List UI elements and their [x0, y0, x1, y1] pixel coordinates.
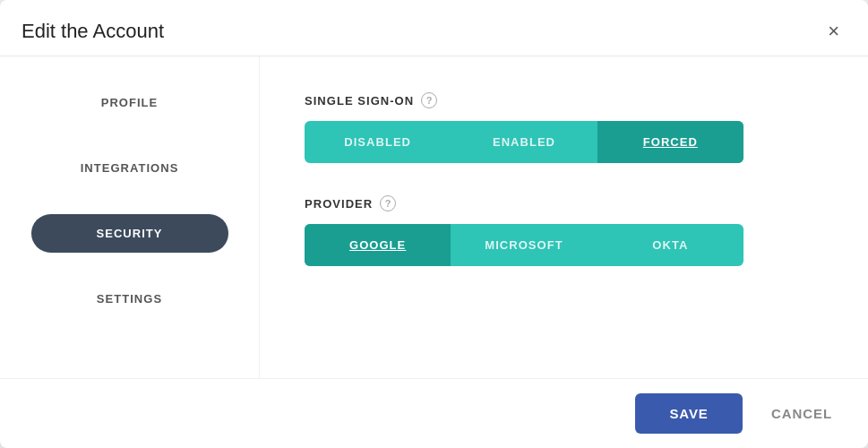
provider-toggle-group: GOOGLE MICROSOFT OKTA [305, 224, 743, 266]
provider-label-row: PROVIDER ? [305, 195, 823, 211]
sidebar-item-security[interactable]: SECURITY [31, 214, 228, 253]
main-content: SINGLE SIGN-ON ? DISABLED ENABLED FORCED… [260, 56, 868, 378]
sso-forced-button[interactable]: FORCED [597, 121, 743, 163]
edit-account-dialog: Edit the Account × PROFILE INTEGRATIONS … [0, 0, 868, 448]
cancel-button[interactable]: CANCEL [757, 393, 847, 434]
provider-section: PROVIDER ? GOOGLE MICROSOFT OKTA [305, 195, 823, 266]
sso-enabled-button[interactable]: ENABLED [451, 121, 597, 163]
provider-google-button[interactable]: GOOGLE [305, 224, 451, 266]
sso-help-icon[interactable]: ? [421, 92, 437, 108]
sidebar-item-settings[interactable]: SETTINGS [31, 280, 228, 318]
dialog-body: PROFILE INTEGRATIONS SECURITY SETTINGS S… [0, 56, 868, 378]
sso-label-row: SINGLE SIGN-ON ? [305, 92, 823, 108]
dialog-title: Edit the Account [21, 20, 164, 43]
provider-label: PROVIDER [305, 197, 373, 211]
sso-label: SINGLE SIGN-ON [305, 94, 414, 108]
dialog-footer: SAVE CANCEL [0, 378, 868, 448]
sidebar-item-integrations[interactable]: INTEGRATIONS [31, 149, 228, 187]
sso-disabled-button[interactable]: DISABLED [305, 121, 451, 163]
sso-toggle-group: DISABLED ENABLED FORCED [305, 121, 743, 163]
provider-okta-button[interactable]: OKTA [597, 224, 743, 266]
close-button[interactable]: × [821, 18, 847, 45]
dialog-header: Edit the Account × [0, 0, 868, 56]
sidebar-item-profile[interactable]: PROFILE [31, 83, 228, 122]
sidebar: PROFILE INTEGRATIONS SECURITY SETTINGS [0, 56, 260, 378]
sso-section: SINGLE SIGN-ON ? DISABLED ENABLED FORCED [305, 92, 823, 163]
provider-microsoft-button[interactable]: MICROSOFT [451, 224, 597, 266]
provider-help-icon[interactable]: ? [380, 195, 396, 211]
save-button[interactable]: SAVE [635, 393, 743, 434]
